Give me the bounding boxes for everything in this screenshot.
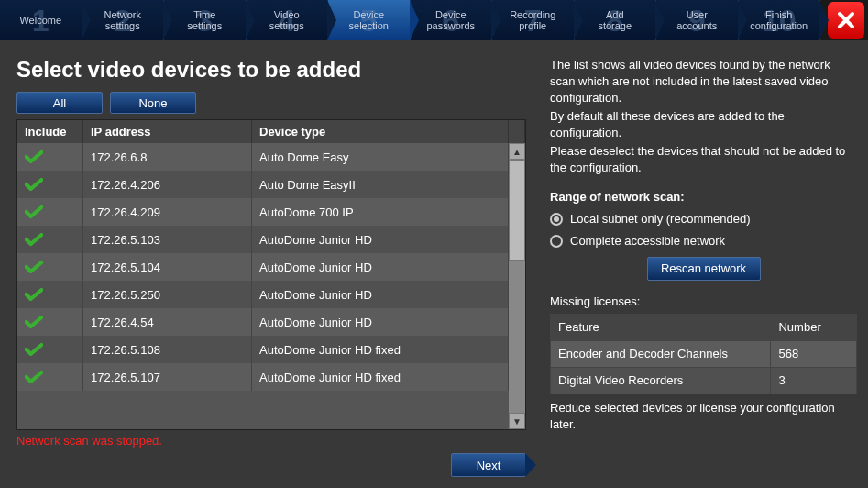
step-label: Device passwords (426, 9, 475, 31)
devices-table: Include IP address Device type 172.26.6.… (16, 119, 526, 430)
ip-cell: 172.26.6.8 (83, 143, 252, 171)
type-cell: Auto Dome EasyII (252, 171, 509, 198)
column-header-include[interactable]: Include (17, 120, 83, 143)
range-title: Range of network scan: (550, 189, 857, 205)
status-message: Network scan was stopped. (16, 434, 526, 448)
include-cell[interactable] (17, 308, 83, 336)
ip-cell: 172.26.5.108 (83, 336, 252, 363)
license-row: Encoder and Decoder Channels568 (551, 341, 857, 368)
number-cell: 3 (771, 368, 857, 394)
ip-cell: 172.26.4.206 (83, 171, 252, 198)
page-title: Select video devices to be added (16, 57, 526, 83)
wizard-step-10[interactable]: 10Finish configuration (739, 0, 821, 40)
radio-icon (550, 235, 563, 248)
column-header-number: Number (771, 315, 857, 341)
licenses-note: Reduce selected devices or license your … (550, 400, 857, 433)
help-text-2: By default all these devices are added t… (550, 108, 857, 141)
wizard-step-4[interactable]: 4Video settings (247, 0, 329, 40)
ip-cell: 172.26.4.54 (83, 308, 252, 336)
radio-local-subnet[interactable]: Local subnet only (recommended) (550, 211, 857, 227)
type-cell: AutoDome Junior HD fixed (252, 336, 509, 363)
include-cell[interactable] (17, 281, 83, 308)
include-cell[interactable] (17, 198, 83, 226)
ip-cell: 172.26.5.107 (83, 363, 252, 391)
checkmark-icon (25, 316, 43, 328)
step-label: Time settings (187, 9, 222, 31)
wizard-step-3[interactable]: 3Time settings (164, 0, 247, 40)
checkmark-icon (25, 288, 43, 301)
column-header-type[interactable]: Device type (252, 120, 509, 143)
table-row[interactable]: 172.26.4.206Auto Dome EasyII (17, 171, 509, 198)
type-cell: AutoDome Junior HD (252, 281, 509, 308)
step-label: Device selection (349, 9, 389, 31)
table-row[interactable]: 172.26.5.103AutoDome Junior HD (17, 226, 509, 253)
ip-cell: 172.26.5.250 (83, 281, 252, 308)
type-cell: AutoDome Junior HD fixed (252, 363, 509, 391)
table-scrollbar[interactable]: ▲ ▼ (509, 143, 525, 429)
rescan-button[interactable]: Rescan network (647, 257, 761, 281)
radio-complete-network[interactable]: Complete accessible network (550, 233, 857, 250)
include-cell[interactable] (17, 171, 83, 198)
license-row: Digital Video Recorders3 (551, 368, 857, 394)
table-row[interactable]: 172.26.5.107AutoDome Junior HD fixed (17, 363, 509, 391)
table-row[interactable]: 172.26.6.8Auto Dome Easy (17, 143, 509, 171)
wizard-step-2[interactable]: 2Network settings (82, 0, 165, 40)
close-button[interactable] (828, 2, 864, 39)
table-row[interactable]: 172.26.4.209AutoDome 700 IP (17, 198, 509, 226)
include-cell[interactable] (17, 143, 83, 171)
wizard-step-5[interactable]: 5Device selection (328, 0, 411, 40)
type-cell: Auto Dome Easy (252, 143, 509, 171)
type-cell: AutoDome 700 IP (252, 198, 509, 226)
ip-cell: 172.26.5.104 (83, 253, 252, 281)
wizard-step-1[interactable]: 1Welcome (0, 0, 82, 40)
step-label: Video settings (269, 9, 304, 31)
table-row[interactable]: 172.26.5.104AutoDome Junior HD (17, 253, 509, 281)
select-none-button[interactable]: None (110, 92, 196, 114)
scroll-up-button[interactable]: ▲ (509, 143, 525, 160)
type-cell: AutoDome Junior HD (252, 226, 509, 253)
step-label: User accounts (676, 9, 717, 31)
type-cell: AutoDome Junior HD (252, 253, 509, 281)
radio-label: Complete accessible network (570, 233, 725, 250)
column-header-feature: Feature (551, 315, 771, 341)
select-all-button[interactable]: All (16, 92, 103, 114)
wizard-step-9[interactable]: 9User accounts (656, 0, 739, 40)
include-cell[interactable] (17, 336, 83, 363)
step-label: Network settings (104, 9, 141, 31)
help-text-1: The list shows all video devices found b… (550, 57, 857, 106)
feature-cell: Encoder and Decoder Channels (551, 341, 771, 368)
checkmark-icon (25, 178, 43, 191)
include-cell[interactable] (17, 363, 83, 391)
step-label: Welcome (19, 15, 61, 26)
checkmark-icon (25, 233, 43, 246)
wizard-step-6[interactable]: 6Device passwords (411, 0, 493, 40)
table-row[interactable]: 172.26.5.250AutoDome Junior HD (17, 281, 509, 308)
checkmark-icon (25, 205, 43, 218)
table-row[interactable]: 172.26.5.108AutoDome Junior HD fixed (17, 336, 509, 363)
help-text-3: Please deselect the devices that should … (550, 143, 857, 176)
feature-cell: Digital Video Recorders (551, 368, 771, 394)
wizard-step-7[interactable]: 7Recording profile (492, 0, 575, 40)
column-header-ip[interactable]: IP address (83, 120, 252, 143)
checkmark-icon (25, 150, 43, 163)
wizard-steps-header: 1Welcome2Network settings3Time settings4… (0, 0, 868, 40)
radio-label: Local subnet only (recommended) (570, 211, 751, 227)
next-button[interactable]: Next (451, 453, 526, 477)
checkmark-icon (25, 371, 43, 383)
licenses-table: Feature Number Encoder and Decoder Chann… (550, 314, 857, 394)
scroll-thumb[interactable] (509, 160, 525, 261)
step-label: Finish configuration (750, 9, 808, 31)
checkmark-icon (25, 261, 43, 273)
scroll-down-button[interactable]: ▼ (509, 413, 525, 429)
number-cell: 568 (771, 341, 857, 368)
include-cell[interactable] (17, 226, 83, 253)
include-cell[interactable] (17, 253, 83, 281)
step-label: Add storage (598, 9, 632, 31)
step-label: Recording profile (510, 9, 555, 31)
table-row[interactable]: 172.26.4.54AutoDome Junior HD (17, 308, 509, 336)
type-cell: AutoDome Junior HD (252, 308, 509, 336)
radio-icon (550, 213, 563, 226)
ip-cell: 172.26.5.103 (83, 226, 252, 253)
wizard-step-8[interactable]: 8Add storage (575, 0, 657, 40)
licenses-title: Missing licenses: (550, 294, 857, 310)
